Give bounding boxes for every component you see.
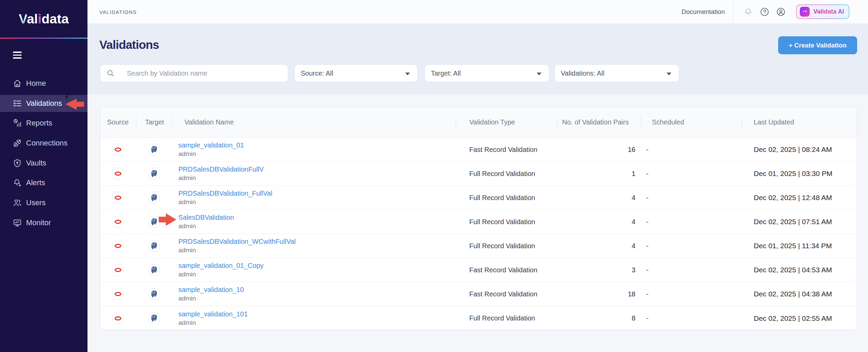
source-cell — [100, 144, 136, 155]
sidebar-item-label: Users — [26, 198, 45, 207]
documentation-link[interactable]: Documentation — [682, 0, 725, 24]
scheduled-cell: - — [641, 290, 742, 298]
topbar-divider — [733, 0, 733, 24]
column-separator — [557, 116, 557, 129]
oracle-icon — [112, 192, 124, 203]
validations-filter-dropdown[interactable]: Validations: All — [554, 64, 679, 82]
sidebar-item-label: Reports — [26, 119, 52, 128]
column-header: Target — [136, 118, 172, 126]
filters-row: Source: All Target: All Validations: All — [87, 64, 868, 82]
create-validation-button[interactable]: + Create Validation — [778, 36, 857, 54]
column-header: Scheduled — [641, 118, 742, 126]
table-row: sample_validation_01_CopyadminFast Recor… — [100, 258, 857, 282]
target-filter-dropdown[interactable]: Target: All — [425, 64, 549, 82]
sidebar-item-monitor[interactable]: Monitor — [0, 214, 87, 231]
validation-name-link[interactable]: sample_validation_01 — [178, 141, 456, 149]
last-updated-cell: Dec 02, 2025 | 04:53 AM — [742, 266, 857, 274]
scheduled-cell: - — [641, 266, 742, 274]
target-cell — [136, 288, 172, 300]
chevron-down-icon — [537, 73, 541, 75]
validation-pairs-cell: 4 — [557, 218, 641, 226]
sidebar-item-alerts[interactable]: Alerts — [0, 174, 87, 191]
name-cell: SalesDBValidationadmin — [172, 214, 456, 230]
hamburger-menu-icon[interactable] — [13, 52, 22, 59]
page-title: Validations — [99, 38, 159, 52]
validation-owner: admin — [178, 198, 456, 206]
column-header: Last Updated — [742, 118, 857, 126]
table-header: SourceTargetValidation NameValidation Ty… — [100, 107, 857, 138]
sidebar-item-connections[interactable]: Connections — [0, 135, 87, 152]
validata-ai-button[interactable]: Validata AI — [796, 4, 849, 19]
column-header: Validation Type — [456, 118, 557, 126]
postgresql-icon — [148, 144, 160, 155]
user-account-icon[interactable] — [776, 7, 786, 17]
validation-pairs-cell: 4 — [557, 194, 641, 202]
validation-name-link[interactable]: SalesDBValidation — [178, 214, 456, 221]
postgresql-icon — [148, 216, 160, 228]
oracle-icon — [112, 144, 124, 155]
scheduled-cell: - — [641, 242, 742, 250]
validation-owner: admin — [178, 222, 456, 230]
help-icon[interactable] — [760, 7, 769, 17]
validation-name-link[interactable]: PRDSalesDBValidationFullV — [178, 165, 456, 173]
chevron-down-icon — [405, 73, 410, 75]
sidebar-item-vaults[interactable]: Vaults — [0, 155, 87, 172]
last-updated-cell: Dec 02, 2025 | 07:51 AM — [742, 218, 857, 226]
oracle-icon — [112, 313, 124, 324]
name-cell: PRDSalesDBValidationFullVadmin — [172, 165, 456, 182]
column-separator — [742, 116, 742, 129]
validation-pairs-cell: 4 — [557, 242, 641, 250]
target-cell — [136, 313, 172, 324]
source-cell — [100, 313, 136, 324]
breadcrumb: VALIDATIONS — [99, 0, 137, 24]
target-cell — [136, 144, 172, 155]
postgresql-icon — [148, 288, 160, 300]
sidebar-item-label: Vaults — [26, 159, 46, 168]
validation-pairs-cell: 1 — [557, 170, 641, 178]
users-icon — [13, 198, 22, 207]
oracle-icon — [112, 264, 124, 276]
validation-type-cell: Full Record Validation — [456, 170, 557, 178]
source-cell — [100, 216, 136, 228]
validation-type-cell: Full Record Validation — [456, 314, 557, 322]
validation-name-link[interactable]: sample_validation_10 — [178, 286, 456, 294]
content-band: SourceTargetValidation NameValidation Ty… — [87, 94, 868, 352]
validation-name-link[interactable]: PRDSalesDBValidation_FullVal — [178, 190, 456, 197]
validation-type-cell: Fast Record Validation — [456, 290, 557, 298]
postgresql-icon — [148, 192, 160, 203]
sidebar: Validata HomeValidationsReportsConnectio… — [0, 0, 87, 352]
column-header: Validation Name — [172, 118, 456, 126]
table-row: sample_validation_01adminFast Record Val… — [100, 138, 857, 162]
notifications-bell-icon[interactable] — [744, 7, 753, 17]
last-updated-cell: Dec 01, 2025 | 11:34 PM — [742, 242, 857, 250]
source-cell — [100, 240, 136, 252]
sidebar-item-reports[interactable]: Reports — [0, 115, 87, 132]
validation-type-cell: Fast Record Validation — [456, 266, 557, 274]
validation-type-cell: Full Record Validation — [456, 218, 557, 226]
validation-name-link[interactable]: sample_validation_101 — [178, 310, 456, 318]
monitor-icon — [13, 218, 22, 227]
last-updated-cell: Dec 01, 2025 | 03:30 PM — [742, 170, 857, 178]
search-input[interactable] — [127, 70, 269, 77]
name-cell: PRDSalesDBValidation_WCwithFullValadmin — [172, 238, 456, 254]
target-cell — [136, 240, 172, 252]
validation-pairs-cell: 18 — [557, 290, 641, 298]
chevron-down-icon — [667, 73, 671, 75]
sidebar-item-users[interactable]: Users — [0, 194, 87, 211]
last-updated-cell: Dec 02, 2025 | 08:24 AM — [742, 145, 857, 154]
brand-logo: Validata — [0, 0, 87, 38]
source-filter-dropdown[interactable]: Source: All — [294, 64, 418, 82]
oracle-icon — [112, 216, 124, 228]
sidebar-item-home[interactable]: Home — [0, 75, 87, 92]
scheduled-cell: - — [641, 170, 742, 178]
sidebar-item-label: Monitor — [26, 218, 51, 227]
validation-pairs-cell: 3 — [557, 266, 641, 274]
validation-name-link[interactable]: sample_validation_01_Copy — [178, 262, 456, 270]
validation-owner: admin — [178, 271, 456, 278]
search-box[interactable] — [100, 64, 288, 82]
source-cell — [100, 192, 136, 203]
postgresql-icon — [148, 264, 160, 276]
table-row: SalesDBValidationadminFull Record Valida… — [100, 210, 857, 234]
validation-name-link[interactable]: PRDSalesDBValidation_WCwithFullVal — [178, 238, 456, 246]
column-separator — [641, 116, 641, 129]
